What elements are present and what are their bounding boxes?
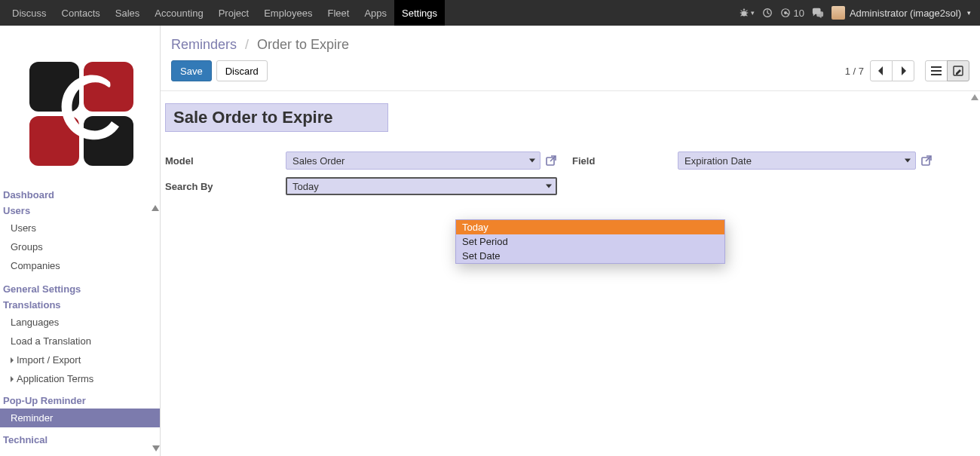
discard-button[interactable]: Discard [216, 60, 268, 81]
sidebar-item-application-terms[interactable]: Application Terms [0, 369, 160, 388]
sidebar-header-popup-reminder[interactable]: Pop-Up Reminder [0, 393, 160, 409]
breadcrumb-current: Order to Expire [257, 37, 349, 52]
model-select-value: Sales Order [292, 155, 345, 167]
sidebar-item-groups[interactable]: Groups [0, 237, 160, 256]
label-search-by: Search By [165, 181, 286, 192]
conversations-icon[interactable] [812, 8, 824, 18]
sidebar-scroll-down-icon[interactable] [152, 445, 160, 451]
sidebar-header-general-settings[interactable]: General Settings [0, 281, 160, 297]
chevron-down-icon: ▾ [751, 9, 755, 17]
sidebar-item-users[interactable]: Users [0, 219, 160, 237]
svg-point-0 [742, 11, 747, 16]
nav-discuss[interactable]: Discuss [5, 0, 54, 26]
svg-rect-10 [931, 74, 942, 75]
svg-rect-8 [931, 66, 942, 68]
sidebar-item-reminder[interactable]: Reminder [0, 409, 160, 427]
svg-rect-9 [931, 70, 942, 72]
pager-next-button[interactable] [892, 60, 914, 81]
sidebar-item-companies[interactable]: Companies [0, 256, 160, 275]
field-select[interactable]: Expiration Date [678, 151, 916, 170]
search-by-dropdown: Today Set Period Set Date [455, 219, 725, 264]
search-by-select-value: Today [292, 181, 319, 192]
nav-settings[interactable]: Settings [394, 0, 445, 26]
sidebar-header-translations[interactable]: Translations [0, 297, 160, 313]
mentions-count: 10 [793, 8, 804, 19]
external-link-icon[interactable] [545, 155, 557, 167]
pager-counter: 1 / 7 [845, 66, 864, 77]
svg-point-3 [784, 11, 787, 14]
nav-accounting[interactable]: Accounting [147, 0, 210, 26]
toolbar: Save Discard 1 / 7 [161, 60, 980, 90]
clock-icon[interactable] [762, 8, 773, 18]
search-by-select[interactable]: Today [286, 177, 557, 195]
dropdown-option-set-period[interactable]: Set Period [456, 234, 724, 249]
sidebar-scroll-up-icon[interactable] [151, 205, 160, 211]
chevron-down-icon: ▾ [967, 9, 971, 17]
dropdown-option-today[interactable]: Today [456, 220, 724, 234]
view-list-button[interactable] [925, 60, 948, 81]
form-sheet: Sale Order to Expire Model Sales Order F… [161, 90, 980, 203]
pager-nav [870, 60, 914, 81]
user-name: Administrator (image2sol) [850, 8, 961, 19]
mentions-indicator[interactable]: 10 [780, 8, 804, 19]
sidebar-item-load-translation[interactable]: Load a Translation [0, 332, 160, 350]
avatar [831, 6, 845, 20]
external-link-icon[interactable] [920, 155, 933, 167]
sidebar-item-languages[interactable]: Languages [0, 313, 160, 332]
label-model: Model [165, 155, 286, 167]
sheet-scroll-up-icon[interactable] [971, 94, 978, 100]
field-select-value: Expiration Date [684, 155, 752, 167]
nav-contacts[interactable]: Contacts [54, 0, 108, 26]
sidebar-header-users[interactable]: Users [0, 203, 160, 219]
sidebar: Dashboard Users Users Groups Companies G… [0, 26, 161, 456]
pager: 1 / 7 [845, 60, 969, 81]
view-form-button[interactable] [947, 60, 969, 81]
nav-apps[interactable]: Apps [357, 0, 394, 26]
top-navbar: Discuss Contacts Sales Accounting Projec… [0, 0, 980, 26]
content-area: Reminders / Order to Expire Save Discard… [161, 26, 980, 456]
nav-fleet[interactable]: Fleet [320, 0, 357, 26]
pager-prev-button[interactable] [870, 60, 893, 81]
nav-employees[interactable]: Employees [256, 0, 320, 26]
breadcrumb-separator: / [240, 37, 253, 52]
sidebar-header-dashboard[interactable]: Dashboard [0, 187, 160, 203]
svg-rect-7 [84, 116, 133, 166]
dropdown-option-set-date[interactable]: Set Date [456, 249, 724, 263]
breadcrumb-root[interactable]: Reminders [171, 37, 237, 52]
breadcrumb: Reminders / Order to Expire [171, 37, 349, 53]
label-field: Field [557, 155, 678, 167]
save-button[interactable]: Save [171, 60, 212, 81]
nav-project[interactable]: Project [211, 0, 256, 26]
sidebar-item-import-export[interactable]: Import / Export [0, 350, 160, 369]
bug-icon[interactable]: ▾ [739, 8, 755, 18]
view-switch [925, 60, 969, 81]
user-menu[interactable]: Administrator (image2sol) ▾ [831, 6, 971, 20]
record-title-input[interactable]: Sale Order to Expire [165, 103, 388, 132]
sidebar-header-technical[interactable]: Technical [0, 432, 160, 448]
app-logo [0, 26, 160, 187]
model-select[interactable]: Sales Order [286, 151, 541, 170]
nav-sales[interactable]: Sales [108, 0, 148, 26]
